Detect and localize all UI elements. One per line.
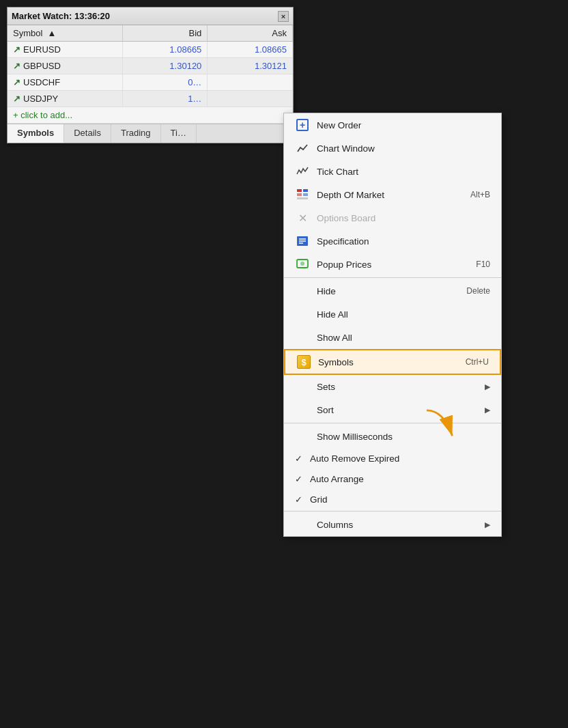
depth-icon: [295, 187, 310, 202]
svg-point-10: [300, 262, 304, 266]
symbol-name: GBPUSD: [23, 61, 61, 71]
market-watch-window: Market Watch: 13:36:20 × Symbol ▲ Bid As…: [7, 7, 294, 143]
add-symbol-row[interactable]: + click to add...: [8, 107, 293, 124]
submenu-arrow-columns: ▶: [485, 520, 490, 529]
ask-value: 1.08665: [208, 42, 293, 58]
svg-rect-1: [297, 193, 302, 196]
bid-value: 1.08665: [122, 42, 208, 58]
menu-item-options-board: ✕ Options Board: [284, 206, 501, 229]
table-row[interactable]: ↗ USDCHF 0…: [8, 74, 293, 91]
checkmark-grid: ✓: [295, 494, 306, 505]
popup-icon: [295, 257, 310, 272]
ask-value: 1.30121: [208, 58, 293, 74]
svg-rect-3: [303, 193, 308, 196]
symbol-name: EURUSD: [23, 44, 61, 55]
menu-label-depth-of-market: Depth Of Market: [317, 190, 470, 200]
chart-icon: [295, 141, 310, 156]
menu-label-grid: Grid: [310, 494, 490, 505]
bid-value: 1.30120: [122, 58, 208, 74]
svg-rect-0: [297, 189, 302, 192]
ask-value: [208, 91, 293, 107]
trend-up-icon: ↗: [13, 94, 20, 104]
tab-details[interactable]: Details: [64, 124, 111, 143]
window-tabs: Symbols Details Trading Ti…: [8, 124, 293, 143]
col-header-bid: Bid: [122, 25, 208, 42]
checkmark-auto-remove: ✓: [295, 453, 306, 464]
window-titlebar: Market Watch: 13:36:20 ×: [8, 8, 293, 25]
menu-label-new-order: New Order: [317, 120, 490, 130]
menu-item-grid[interactable]: ✓ Grid: [284, 489, 501, 509]
window-title: Market Watch: 13:36:20: [12, 11, 110, 21]
table-row[interactable]: ↗ EURUSD 1.08665 1.08665: [8, 42, 293, 58]
submenu-arrow-sets: ▶: [485, 382, 490, 391]
dollar-icon: $: [296, 354, 311, 369]
bid-value: 1…: [122, 91, 208, 107]
menu-label-auto-remove-expired: Auto Remove Expired: [310, 453, 490, 464]
menu-item-popup-prices[interactable]: Popup Prices F10: [284, 253, 501, 276]
menu-item-columns[interactable]: Columns ▶: [284, 513, 501, 536]
market-watch-table: Symbol ▲ Bid Ask ↗ EURUSD 1.08665 1.0866…: [8, 25, 293, 124]
tab-symbols[interactable]: Symbols: [8, 124, 64, 143]
menu-label-popup-prices: Popup Prices: [317, 260, 476, 270]
menu-label-show-all: Show All: [317, 333, 490, 343]
tab-ti[interactable]: Ti…: [161, 124, 197, 143]
menu-label-options-board: Options Board: [317, 213, 490, 223]
no-icon: [295, 307, 310, 322]
trend-up-icon: ↗: [13, 77, 20, 87]
tab-trading[interactable]: Trading: [111, 124, 161, 143]
menu-item-new-order[interactable]: + New Order: [284, 113, 501, 137]
checkmark-auto-arrange: ✓: [295, 474, 306, 484]
menu-item-auto-arrange[interactable]: ✓ Auto Arrange: [284, 468, 501, 489]
no-icon: [295, 283, 310, 298]
menu-label-hide-all: Hide All: [317, 309, 490, 320]
menu-label-tick-chart: Tick Chart: [317, 167, 490, 177]
add-symbol-label: + click to add...: [13, 110, 72, 120]
submenu-arrow-sort: ▶: [485, 406, 490, 415]
menu-item-show-all[interactable]: Show All: [284, 326, 501, 349]
trend-up-icon: ↗: [13, 44, 20, 55]
menu-label-show-milliseconds: Show Milliseconds: [317, 432, 490, 442]
symbol-name: USDCHF: [23, 77, 60, 87]
svg-rect-4: [297, 197, 308, 199]
no-icon: [295, 402, 310, 417]
plus-icon: +: [295, 117, 310, 132]
separator-1: [284, 277, 501, 278]
shortcut-popup: F10: [476, 260, 490, 269]
context-menu: + New Order Chart Window Tick Chart: [283, 113, 502, 537]
menu-item-chart-window[interactable]: Chart Window: [284, 137, 501, 160]
col-header-ask: Ask: [208, 25, 293, 42]
menu-item-hide[interactable]: Hide Delete: [284, 279, 501, 303]
ask-value: [208, 74, 293, 91]
menu-item-show-milliseconds[interactable]: Show Milliseconds: [284, 425, 501, 448]
menu-item-tick-chart[interactable]: Tick Chart: [284, 160, 501, 183]
symbol-name: USDJPY: [23, 94, 58, 104]
menu-label-chart-window: Chart Window: [317, 143, 490, 154]
menu-item-auto-remove-expired[interactable]: ✓ Auto Remove Expired: [284, 448, 501, 468]
menu-label-columns: Columns: [317, 520, 481, 530]
no-icon: [295, 330, 310, 345]
table-row[interactable]: ↗ GBPUSD 1.30120 1.30121: [8, 58, 293, 74]
col-header-symbol: Symbol ▲: [8, 25, 122, 42]
menu-label-sort: Sort: [317, 405, 481, 415]
menu-label-symbols: Symbols: [318, 357, 466, 367]
menu-label-auto-arrange: Auto Arrange: [310, 474, 490, 484]
bid-value: 0…: [122, 74, 208, 91]
menu-item-specification[interactable]: Specification: [284, 229, 501, 253]
separator-3: [284, 511, 501, 512]
menu-label-specification: Specification: [317, 236, 490, 247]
menu-item-sort[interactable]: Sort ▶: [284, 398, 501, 421]
no-icon: [295, 379, 310, 394]
menu-item-symbols[interactable]: $ Symbols Ctrl+U: [284, 349, 501, 375]
window-close-button[interactable]: ×: [278, 11, 289, 22]
spec-icon: [295, 234, 310, 249]
shortcut-hide: Delete: [466, 286, 490, 296]
menu-item-depth-of-market[interactable]: Depth Of Market Alt+B: [284, 183, 501, 206]
menu-item-hide-all[interactable]: Hide All: [284, 303, 501, 326]
tick-chart-icon: [295, 164, 310, 179]
menu-item-sets[interactable]: Sets ▶: [284, 375, 501, 398]
menu-label-sets: Sets: [317, 382, 481, 392]
svg-rect-2: [303, 189, 308, 192]
shortcut-symbols: Ctrl+U: [466, 357, 489, 367]
table-row[interactable]: ↗ USDJPY 1…: [8, 91, 293, 107]
options-icon: ✕: [295, 210, 310, 225]
